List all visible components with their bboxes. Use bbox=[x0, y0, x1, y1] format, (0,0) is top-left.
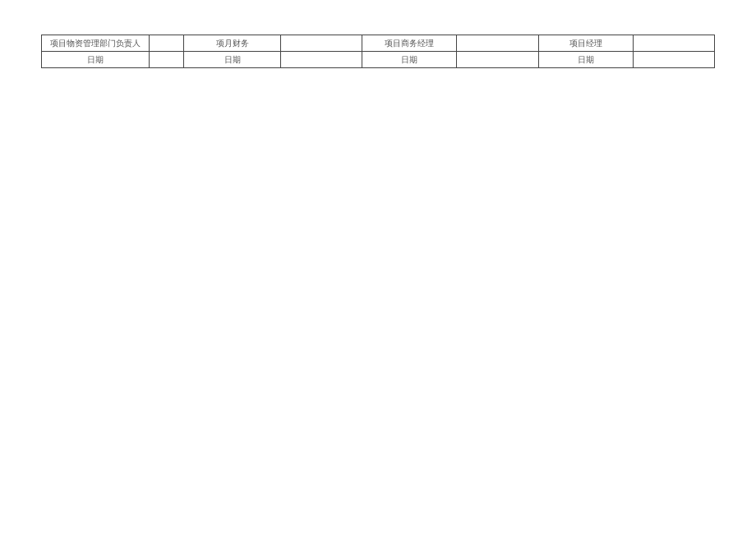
label-business-manager: 项目商务经理 bbox=[362, 35, 456, 52]
value-date-3 bbox=[457, 52, 539, 68]
label-project-manager: 项目经理 bbox=[538, 35, 633, 52]
label-finance: 项月财务 bbox=[184, 35, 281, 52]
table-row: 日期 日期 日期 日期 bbox=[42, 52, 715, 68]
value-date-4 bbox=[634, 52, 715, 68]
label-date-3: 日期 bbox=[362, 52, 456, 68]
table-row: 项目物资管理部门负责人 项月财务 项目商务经理 项目经理 bbox=[42, 35, 715, 52]
signature-table: 项目物资管理部门负责人 项月财务 项目商务经理 项目经理 日期 日期 日期 日期 bbox=[41, 35, 715, 68]
label-date-2: 日期 bbox=[184, 52, 281, 68]
label-material-manager: 项目物资管理部门负责人 bbox=[42, 35, 150, 52]
value-date-1 bbox=[150, 52, 184, 68]
value-material-manager bbox=[150, 35, 184, 52]
label-date-4: 日期 bbox=[538, 52, 633, 68]
value-project-manager bbox=[634, 35, 715, 52]
label-date-1: 日期 bbox=[42, 52, 150, 68]
value-finance bbox=[280, 35, 362, 52]
value-date-2 bbox=[280, 52, 362, 68]
value-business-manager bbox=[457, 35, 539, 52]
